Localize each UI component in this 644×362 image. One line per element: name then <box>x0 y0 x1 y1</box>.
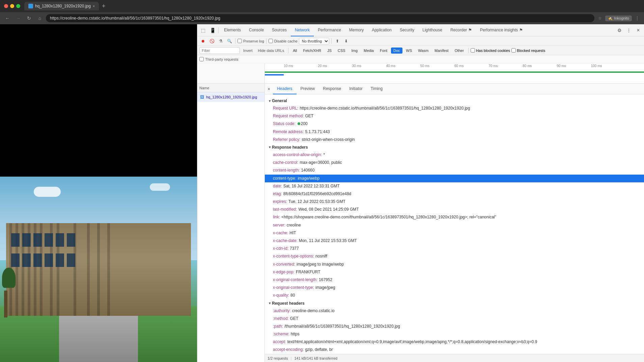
tab-memory[interactable]: Memory <box>345 24 368 36</box>
tab-network[interactable]: Network <box>291 24 314 36</box>
third-party-checkbox[interactable]: Third-party requests <box>199 57 238 61</box>
tab-console[interactable]: Console <box>245 24 268 36</box>
path-row: :path: /thumbnail/a8/56/1c/1638973501/hq… <box>265 323 644 330</box>
etag-row: etag: 8fc60884cf1d1f02956eb92cd991e48d <box>265 190 644 198</box>
tab-elements[interactable]: Elements <box>220 24 245 36</box>
filter-type-manifest[interactable]: Manifest <box>432 48 451 54</box>
tab-performance-insights[interactable]: Performance insights ⚑ <box>476 24 527 36</box>
detail-close-button[interactable]: × <box>268 86 270 92</box>
record-button[interactable]: ⏺ <box>199 37 207 45</box>
tab-performance[interactable]: Performance <box>314 24 345 36</box>
invert-filter-button[interactable]: Invert <box>241 48 255 53</box>
general-section-header[interactable]: General <box>265 97 644 104</box>
devtools-device-button[interactable]: 📱 <box>208 26 217 35</box>
has-blocked-cookies-input[interactable] <box>471 48 475 53</box>
detail-tab-headers[interactable]: Headers <box>273 84 296 94</box>
expires-row: expires: Tue, 12 Jul 2022 01:53:35 GMT <box>265 198 644 206</box>
last-modified-row: last-modified: Wed, 08 Dec 2021 14:25:09… <box>265 206 644 213</box>
active-tab[interactable]: 🌐 hq_1280x1280_1920x1920.jpg × <box>24 2 99 10</box>
search-button[interactable]: 🔍 <box>226 37 233 45</box>
has-blocked-cookies-checkbox[interactable]: Has blocked cookies <box>471 48 510 53</box>
webpage-image <box>0 177 197 362</box>
detail-tab-initiator[interactable]: Initiator <box>345 84 366 94</box>
ruler-50ms: 50 ms <box>420 64 429 68</box>
filter-type-ws[interactable]: WS <box>404 48 415 54</box>
toolbar-sep-2 <box>266 38 267 44</box>
method-row: :method: GET <box>265 315 644 323</box>
back-button[interactable]: ← <box>3 13 12 23</box>
traffic-light-green[interactable] <box>16 4 20 8</box>
filter-type-all[interactable]: All <box>290 48 299 54</box>
address-bar[interactable] <box>46 14 594 22</box>
throttle-select[interactable]: No throttling Fast 3G Slow 3G Offline <box>299 38 329 44</box>
filter-type-font[interactable]: Font <box>377 48 390 54</box>
preserve-log-input[interactable] <box>237 39 242 43</box>
filter-type-img[interactable]: Img <box>349 48 360 54</box>
content-type-row[interactable]: content-type: image/webp <box>265 175 644 182</box>
headers-content[interactable]: General Request URL: https://creoline-de… <box>265 94 644 354</box>
tab-application[interactable]: Application <box>368 24 396 36</box>
disable-cache-input[interactable] <box>269 39 273 43</box>
devtools-close-button[interactable]: × <box>634 26 643 35</box>
import-har-button[interactable]: ⬆ <box>334 37 341 45</box>
tab-lighthouse[interactable]: Lighthouse <box>418 24 446 36</box>
filter-type-css[interactable]: CSS <box>335 48 348 54</box>
bookmark-icon[interactable]: ☆ <box>596 14 604 22</box>
third-party-row: Third-party requests <box>197 55 644 63</box>
devtools-more-button[interactable]: ⋮ <box>624 26 633 35</box>
request-headers-section[interactable]: Request headers <box>265 300 644 307</box>
timeline-bar-green <box>265 71 644 73</box>
x-edge-pop-row: x-edge-pop: FRANKFURT <box>265 268 644 276</box>
toolbar-sep-1 <box>235 38 235 44</box>
network-toolbar: ⏺ 🚫 ⚗ 🔍 Preserve log Disable cache No th… <box>197 36 644 46</box>
filter-type-other[interactable]: Other <box>452 48 467 54</box>
disable-cache-checkbox[interactable]: Disable cache <box>269 39 298 43</box>
filter-type-media[interactable]: Media <box>361 48 376 54</box>
filter-type-doc[interactable]: Doc <box>391 48 402 54</box>
toolbar-separator <box>218 27 219 33</box>
detail-tab-preview[interactable]: Preview <box>297 84 319 94</box>
export-har-button[interactable]: ⬇ <box>342 37 350 45</box>
detail-tab-timing[interactable]: Timing <box>367 84 387 94</box>
response-headers-section[interactable]: Response headers <box>265 144 644 151</box>
third-party-input[interactable] <box>199 57 204 61</box>
network-list-header: Name <box>197 84 264 92</box>
tab-security[interactable]: Security <box>396 24 418 36</box>
preserve-log-checkbox[interactable]: Preserve log <box>237 39 264 43</box>
forward-button[interactable]: → <box>13 13 23 23</box>
traffic-light-yellow[interactable] <box>10 4 14 8</box>
network-list-item[interactable]: 🖼 hq_1280x1280_1920x1920.jpg <box>197 92 264 102</box>
reload-button[interactable]: ↻ <box>24 13 34 23</box>
toolbar-sep-3 <box>331 38 332 44</box>
traffic-light-red[interactable] <box>4 4 8 8</box>
clear-button[interactable]: 🚫 <box>208 37 216 45</box>
tab-recorder[interactable]: Recorder ⚑ <box>446 24 476 36</box>
ruler-100ms: 100 ms <box>591 64 602 68</box>
filter-type-wasm[interactable]: Wasm <box>416 48 431 54</box>
devtools-settings-button[interactable]: ⚙ <box>615 26 624 35</box>
ruler-80ms: 80 ms <box>523 64 532 68</box>
home-button[interactable]: ⌂ <box>35 13 45 23</box>
tab-sources[interactable]: Sources <box>268 24 291 36</box>
authority-row: :authority: creoline-demo.cstatic.io <box>265 307 644 315</box>
filter-type-js[interactable]: JS <box>325 48 334 54</box>
timeline-bar-blue <box>265 74 284 76</box>
filter-button[interactable]: ⚗ <box>217 37 224 45</box>
detail-tab-response[interactable]: Response <box>319 84 345 94</box>
filter-type-fetchxhr[interactable]: Fetch/XHR <box>301 48 324 54</box>
tab-close-button[interactable]: × <box>93 4 95 8</box>
blocked-requests-input[interactable] <box>511 48 516 53</box>
server-row: server: creoline <box>265 221 644 229</box>
timeline-area: 10 ms 20 ms 30 ms 40 ms 50 ms 60 ms 70 m… <box>197 63 644 84</box>
menu-icon[interactable]: ⋮ <box>633 14 641 22</box>
devtools-inspect-button[interactable]: ⬚ <box>199 26 207 35</box>
hide-data-urls-button[interactable]: Hide data URLs <box>256 48 286 53</box>
filter-input[interactable] <box>199 47 240 54</box>
ruler-40ms: 40 ms <box>386 64 395 68</box>
cache-control-row: cache-control: max-age=36000, public <box>265 159 644 167</box>
accept-row: accept: text/html,application/xhtml+xml,… <box>265 338 644 346</box>
new-tab-button[interactable]: + <box>99 1 108 11</box>
blocked-requests-checkbox[interactable]: Blocked requests <box>511 48 545 53</box>
timeline-chart[interactable]: 10 ms 20 ms 30 ms 40 ms 50 ms 60 ms 70 m… <box>265 63 644 83</box>
network-list: Name 🖼 hq_1280x1280_1920x1920.jpg <box>197 84 265 362</box>
